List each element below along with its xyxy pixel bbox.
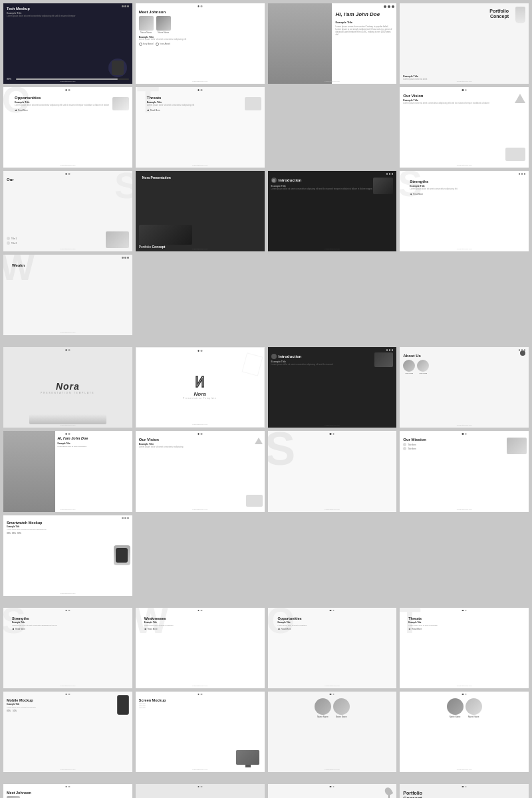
read-more-str2-label: Read More [15,628,25,630]
nora-outline-tagline: Presentation Template [183,397,217,400]
slide-threats-2[interactable]: T Threats Example Title Lorem ipsum dolo… [400,608,529,688]
person-name-1: Test Name [405,372,413,374]
slide-team-1[interactable]: Name Name Name Name PresentationGo.com [268,692,397,772]
slide-opportunities-2[interactable]: O Opportunities Example Title Lorem ipsu… [268,608,397,688]
read-more-opp2[interactable]: Read More [278,628,394,630]
screen-title: Screen Mockup [139,698,261,702]
avatar-1-name: Name Name [140,31,152,34]
nora-outline-text: Nora [194,391,206,397]
portfolio-title-area: PortfolioConcept [489,9,509,19]
slide-smartwatch[interactable]: Smartwatch Mockup Example Title Lorem ip… [3,515,132,596]
team2-avatar1 [447,698,464,715]
watch-subtitle: Example Title [7,525,129,528]
team1-person2: Name Name [333,698,350,718]
label-area: Nora Presentation [139,174,174,181]
slide-meet-johnson-2[interactable]: Meet Johnson Name Name Ivory Award Ivory… [3,784,132,798]
intro2-title: Introduction [279,354,302,358]
read-more-str2[interactable]: Read More [12,628,129,630]
tech-title: Tech Mockup [7,7,129,11]
slide-meet-johnson[interactable]: Meet Johnson Name Name Name Name Example… [136,3,265,84]
slide-weaknesses[interactable]: W Weaknesses Example Title Lorem ipsum d… [136,608,265,688]
thr2-content: Threats Example Title Lorem ipsum dolor … [403,616,525,630]
thr2-subtitle: Example Title [408,621,525,624]
slide-team-2[interactable]: Name Name Name Name PresentationGo.com [400,692,529,772]
strengths-body: Lorem ipsum dolor sit amet consectetur a… [410,188,525,191]
john-title: Hi, I'am John Doe [335,11,393,18]
slide-about-us[interactable]: About Us Test Name Test Name Presentatio… [400,347,529,428]
weak-content: Weaknesses Example Title Lorem ipsum dol… [139,616,261,630]
slide-mobile-mockup[interactable]: Mobile Mockup Example Title Lorem ipsum … [3,692,132,772]
mobile-p2: 50% [13,710,17,712]
opp2-title: Opportunities [278,616,394,620]
slide-nora-label[interactable]: Nora Presentation Portfolio Concept Pres… [136,171,265,251]
watermark-23: PresentationGo.com [136,685,265,687]
slide-john-large[interactable]: Hi, I'am John Doe Example Title Lorem Ip… [268,3,397,84]
slide-strengths-1[interactable]: S Strengths Example Title Lorem ipsum do… [400,171,529,251]
plant-area [385,787,393,798]
slide-opportunities-1[interactable]: O Opportunities Example Title Lorem ipsu… [3,87,132,168]
watermark-14: PresentationGo.com [136,424,264,426]
slide-threats-1[interactable]: T Threats Example Title Lorem ipsum dolo… [136,87,265,168]
triangle-deco2 [255,438,263,444]
slide-screen-mockup[interactable]: Screen Mockup Title Item Title Item Titl… [136,692,265,772]
watermark-18: PresentationGo.com [136,509,265,511]
slide-tech-mockup[interactable]: Tech Mockup Example Title Lorem ipsum do… [3,3,132,84]
read-more-str[interactable]: Read More [410,193,525,196]
read-more-o[interactable]: Read More [15,109,129,112]
phone-shape [117,695,129,715]
slide-weaknesses-partial[interactable]: W Weakn PresentationGo.com [3,255,132,335]
slide-strengths-2[interactable]: S Strengths Example Title Lorem ipsum do… [3,608,132,688]
watermark-3: PresentationGo.com [268,80,397,82]
read-more-weak[interactable]: Read More [144,628,261,630]
presentation-grid: Tech Mockup Example Title Lorem ipsum do… [0,0,532,798]
opp-title: Opportunities [15,96,129,100]
dots-portfolio-plant [330,786,334,788]
slide-intro-dark-2[interactable]: Introduction Example Title Lorem ipsum d… [268,347,397,428]
person-avatar-2 [417,360,429,372]
opp-content: Opportunities Example Title Lorem ipsum … [7,96,129,112]
read-more-label-o: Read More [18,109,28,112]
john-body: Lorem Ipsum comes from section Contrary … [335,25,393,37]
threats-content: Threats Example Title Lorem ipsum dolor … [139,96,261,112]
portfolio-right-content: PortfolioConcept Example Title Lorem ips… [403,791,525,798]
read-more-label-t: Read More [150,109,160,112]
weaknesses-partial-title: Weakn [12,263,129,267]
dots-nora-outline [198,350,202,352]
slide-our-vision-1[interactable]: Our Vision Example Title Lorem ipsum dol… [400,87,529,168]
play-icon-weak [144,628,146,630]
watermark-6: PresentationGo.com [136,164,265,166]
slide-our-partial[interactable]: Our S Title 1 Title 2 PresentationGo.com [3,171,132,251]
dots-vision [462,89,467,91]
dots-portfolio-right [462,786,467,788]
slide-nora-outline[interactable]: Nora Presentation Template PresentationG… [136,347,265,428]
monitor-area [235,750,261,769]
slide-portfolio-concept-1[interactable]: PortfolioConcept Example Title Lorem ips… [400,3,529,84]
slide-portfolio-plant[interactable]: PortfolioConcept PresentationGo.com [268,784,397,798]
slide-menu[interactable] [122,5,129,7]
dots-weak2 [198,610,202,612]
section-divider-2 [3,599,529,604]
laptop-2 [246,495,263,507]
slide-portfolio-right[interactable]: PortfolioConcept Example Title Lorem ips… [400,784,529,798]
monitor-content [236,750,259,765]
john2-content: Hi, I'am John Doe Example Title Lorem ip… [57,436,130,448]
read-more-t[interactable]: Read More [147,109,261,112]
slide-our-mission[interactable]: Our Mission Title Item Title Item Presen… [400,431,529,511]
dots-intro-2 [386,349,394,351]
watch-device [114,545,130,565]
screen-item-3: Title Item [139,707,261,709]
watermark: PresentationGo.com [3,80,132,82]
n-logo-container [195,375,205,389]
slide-juliana[interactable]: JuIiana Vero PresentationGo.com [136,784,265,798]
watermark-9: PresentationGo.com [136,248,265,250]
opp2-subtitle: Example Title [278,621,394,624]
watermark-20: PresentationGo.com [400,509,529,511]
read-more-thr2[interactable]: Read More [408,628,525,630]
slide-intro-dark-1[interactable]: Introduction Example Title Lorem ipsum d… [268,171,397,251]
slide-vision-2[interactable]: Our Vision Example Title Lorem ipsum dol… [136,431,265,511]
watermark-28: PresentationGo.com [268,769,397,771]
slide-john-2[interactable]: Hi, I'am John Doe Example Title Lorem ip… [3,431,132,511]
slide-nora-logo[interactable]: Nora Presentation Template PresentationG… [3,347,132,428]
intro-image [373,178,393,194]
slide-swot-s-large[interactable]: S PresentationGo.com [268,431,397,511]
